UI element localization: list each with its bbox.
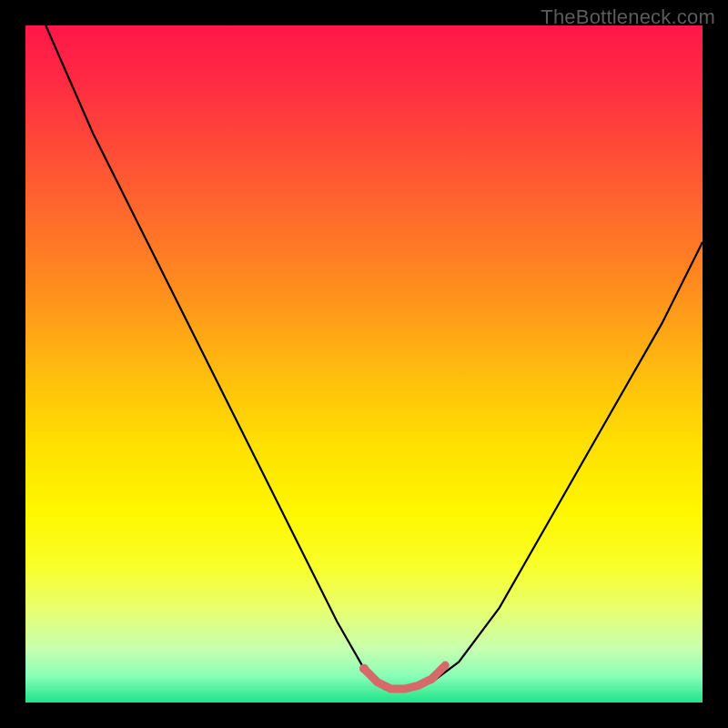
valley-highlight bbox=[364, 665, 445, 689]
chart-frame: TheBottleneck.com bbox=[0, 0, 728, 728]
watermark-text: TheBottleneck.com bbox=[541, 5, 715, 29]
curve-layer bbox=[25, 25, 703, 703]
plot-area bbox=[25, 25, 703, 703]
valley-start-dot bbox=[359, 664, 369, 673]
bottleneck-curve bbox=[46, 25, 703, 689]
